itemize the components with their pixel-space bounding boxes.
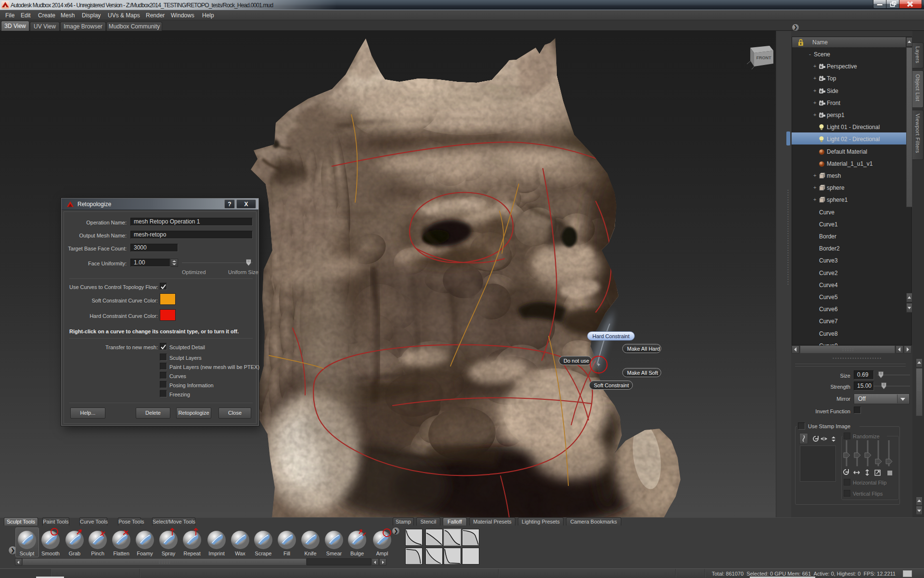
svg-text:FRONT: FRONT [757,55,771,60]
